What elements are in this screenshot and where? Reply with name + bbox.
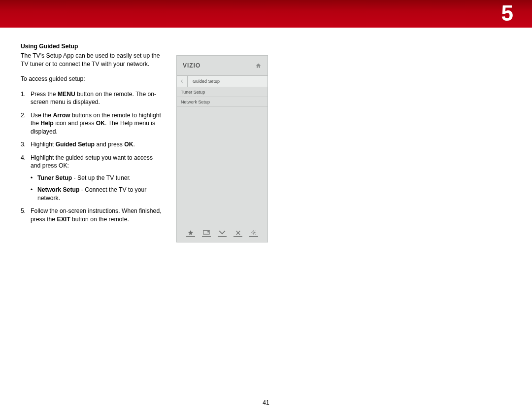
- svg-point-2: [253, 232, 255, 234]
- steps-list: Press the MENU button on the remote. The…: [21, 90, 164, 223]
- screen-icon: [202, 229, 211, 237]
- close-icon: [233, 229, 242, 237]
- star-icon: [186, 229, 195, 237]
- intro-text: The TV's Setup App can be used to easily…: [21, 52, 164, 68]
- gear-icon: [249, 229, 258, 237]
- breadcrumb-row: Guided Setup: [177, 75, 267, 87]
- text-column: Using Guided Setup The TV's Setup App ca…: [21, 42, 164, 242]
- page-number: 41: [0, 399, 532, 406]
- step-4: Highlight the guided setup you want to a…: [21, 154, 164, 202]
- lead-text: To access guided setup:: [21, 75, 164, 83]
- svg-rect-1: [207, 231, 209, 232]
- section-title: Using Guided Setup: [21, 42, 164, 50]
- breadcrumb-label: Guided Setup: [188, 79, 220, 84]
- step-3: Highlight Guided Setup and press OK.: [21, 140, 164, 148]
- chapter-number: 5: [501, 1, 513, 26]
- step-1: Press the MENU button on the remote. The…: [21, 90, 164, 106]
- tv-menu-panel: VIZIO Guided Setup Tuner Setup Network S…: [176, 55, 268, 242]
- svg-rect-0: [203, 231, 209, 235]
- menu-item-tuner: Tuner Setup: [177, 87, 267, 97]
- page-content: Using Guided Setup The TV's Setup App ca…: [0, 28, 532, 242]
- bullet-network: Network Setup - Connect the TV to your n…: [31, 186, 164, 202]
- header-bar: 5: [0, 0, 532, 28]
- chevron-down-icon: [218, 229, 227, 237]
- panel-header: VIZIO: [177, 56, 267, 75]
- menu-item-network: Network Setup: [177, 97, 267, 107]
- home-icon: [255, 63, 262, 69]
- back-arrow-icon: [177, 76, 188, 87]
- step-2: Use the Arrow buttons on the remote to h…: [21, 111, 164, 136]
- brand-label: VIZIO: [183, 62, 200, 69]
- panel-footer-icons: [177, 229, 267, 237]
- sub-bullets: Tuner Setup - Set up the TV tuner. Netwo…: [31, 174, 164, 202]
- step-5: Follow the on-screen instructions. When …: [21, 207, 164, 223]
- bullet-tuner: Tuner Setup - Set up the TV tuner.: [31, 174, 164, 182]
